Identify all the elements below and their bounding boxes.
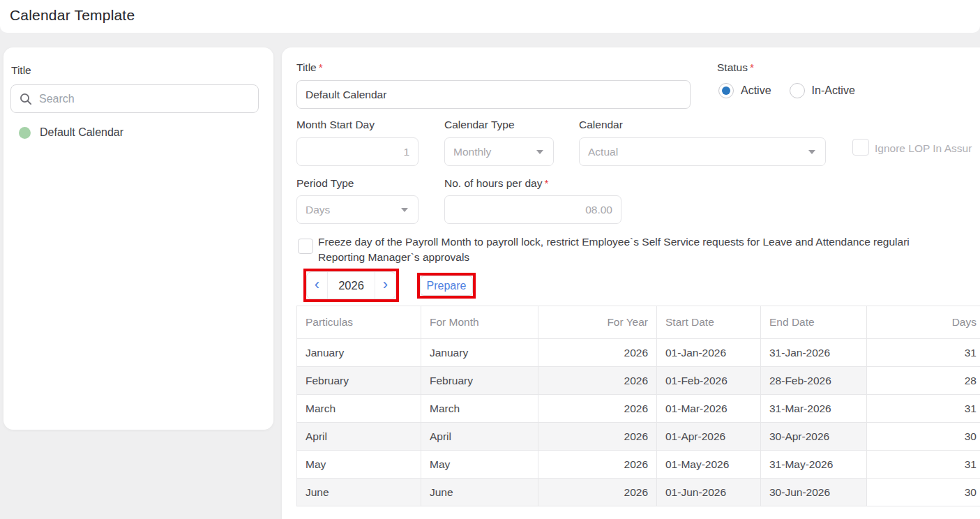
month-start-day-input: 1: [296, 137, 419, 166]
year-value: 2026: [327, 272, 375, 299]
table-row[interactable]: April April 2026 01-Apr-2026 30-Apr-2026…: [297, 423, 980, 451]
year-next-button[interactable]: ›: [375, 272, 395, 299]
table-row[interactable]: March March 2026 01-Mar-2026 31-Mar-2026…: [297, 395, 980, 423]
hours-per-day-label: No. of hours per day*: [444, 177, 549, 190]
dropdown-caret-icon: [401, 208, 408, 212]
ignore-lop-label: Ignore LOP In Assur: [875, 142, 972, 155]
search-icon: [20, 93, 32, 105]
dropdown-caret-icon: [536, 150, 543, 154]
calendar-list-panel: Title Search Default Calendar: [3, 47, 273, 430]
table-row[interactable]: January January 2026 01-Jan-2026 31-Jan-…: [297, 339, 980, 367]
table-row[interactable]: February February 2026 01-Feb-2026 28-Fe…: [297, 367, 980, 395]
freeze-day-label: Freeze day of the Payroll Month to payro…: [318, 234, 910, 264]
month-start-day-label: Month Start Day: [296, 119, 375, 131]
freeze-day-checkbox[interactable]: [298, 239, 313, 254]
col-header-for-year: For Year: [538, 306, 657, 339]
calendar-select: Actual: [579, 137, 826, 166]
title-field-label: Title*: [296, 61, 323, 74]
annotation-highlight-prepare: Prepare: [417, 273, 476, 299]
status-radio-group: Active In-Active: [718, 83, 855, 98]
radio-inactive[interactable]: [790, 83, 805, 98]
radio-inactive-label: In-Active: [812, 84, 855, 97]
calendar-months-table: Particulas For Month For Year Start Date…: [296, 306, 980, 506]
table-row[interactable]: June June 2026 01-Jun-2026 30-Jun-2026 3…: [297, 479, 980, 506]
period-type-select: Days: [296, 195, 419, 224]
calendar-form-panel: Title* Default Calendar Status* Active I…: [282, 47, 980, 519]
list-item-default-calendar[interactable]: Default Calendar: [19, 126, 123, 139]
top-header-bar: Calendar Template: [0, 0, 980, 33]
table-row[interactable]: May May 2026 01-May-2026 31-May-2026 31: [297, 451, 980, 479]
dropdown-caret-icon: [808, 150, 815, 154]
year-navigator: ‹ 2026 ›: [306, 271, 396, 299]
radio-active-label: Active: [741, 84, 771, 97]
col-header-particulars: Particulas: [297, 306, 421, 339]
status-dot-icon: [19, 127, 31, 139]
radio-active[interactable]: [718, 83, 734, 98]
status-field-label: Status*: [717, 61, 754, 74]
annotation-highlight-year-nav: ‹ 2026 ›: [303, 269, 399, 302]
hours-per-day-input: 08.00: [444, 195, 621, 224]
search-input[interactable]: Search: [10, 84, 259, 113]
period-type-label: Period Type: [296, 177, 354, 190]
ignore-lop-checkbox: [852, 139, 869, 156]
col-header-for-month: For Month: [421, 306, 538, 339]
sidebar-title-label: Title: [11, 64, 31, 77]
list-item-label: Default Calendar: [40, 126, 123, 139]
required-marker: *: [750, 61, 754, 73]
calendar-type-select: Monthly: [444, 137, 554, 166]
calendar-label: Calendar: [579, 119, 623, 131]
col-header-start-date: Start Date: [657, 306, 761, 339]
calendar-type-label: Calendar Type: [444, 119, 515, 131]
col-header-end-date: End Date: [761, 306, 867, 339]
col-header-days: Days: [867, 306, 980, 339]
search-placeholder: Search: [39, 93, 75, 105]
year-prev-button[interactable]: ‹: [307, 272, 327, 299]
table-header-row: Particulas For Month For Year Start Date…: [297, 306, 980, 339]
prepare-button[interactable]: Prepare: [420, 276, 473, 296]
chevron-right-icon: ›: [383, 276, 388, 294]
required-marker: *: [319, 61, 323, 73]
page-title: Calendar Template: [10, 7, 135, 24]
title-input[interactable]: Default Calendar: [296, 80, 691, 109]
chevron-left-icon: ‹: [315, 276, 319, 294]
required-marker: *: [544, 177, 548, 189]
